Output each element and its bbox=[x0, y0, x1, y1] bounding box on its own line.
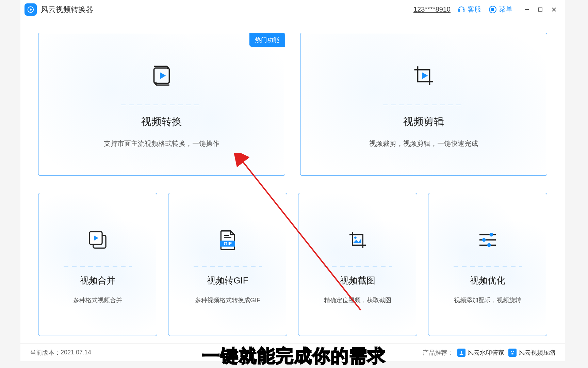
card-subtitle: 多种格式视频合并 bbox=[73, 296, 122, 304]
upload-icon bbox=[457, 349, 466, 357]
card-video-merge[interactable]: 视频合并 多种格式视频合并 bbox=[38, 193, 157, 336]
customer-service-label: 客服 bbox=[468, 5, 481, 14]
card-subtitle: 视频添加配乐，视频旋转 bbox=[454, 296, 521, 304]
crop-icon bbox=[410, 60, 437, 91]
version-value: 2021.07.14 bbox=[61, 349, 91, 356]
minimize-icon bbox=[524, 7, 529, 12]
app-window: 风云视频转换器 123****8910 客服 菜单 热门功能 bbox=[20, 0, 565, 361]
recommend-item-compress[interactable]: 风云视频压缩 bbox=[508, 349, 555, 357]
svg-point-28 bbox=[487, 243, 491, 247]
maximize-button[interactable] bbox=[534, 3, 547, 16]
menu-label: 菜单 bbox=[499, 5, 512, 14]
card-title: 视频优化 bbox=[470, 275, 505, 287]
svg-point-26 bbox=[482, 238, 486, 242]
user-id-link[interactable]: 123****8910 bbox=[413, 5, 451, 13]
card-video-to-gif[interactable]: GIF 视频转GIF 多种视频格式转换成GIF bbox=[168, 193, 287, 336]
svg-point-24 bbox=[489, 233, 493, 236]
close-button[interactable] bbox=[547, 3, 561, 16]
svg-marker-14 bbox=[422, 72, 428, 79]
card-title: 视频合并 bbox=[80, 275, 115, 287]
divider bbox=[454, 266, 522, 267]
recommend-item-watermark[interactable]: 风云水印管家 bbox=[457, 349, 504, 357]
card-title: 视频转GIF bbox=[207, 275, 248, 287]
bottom-cards-row: 视频合并 多种格式视频合并 GIF 视频转GIF 多种视 bbox=[38, 193, 547, 336]
menu-icon bbox=[489, 5, 497, 14]
svg-point-22 bbox=[354, 236, 357, 239]
footer: 当前版本： 2021.07.14 产品推荐： 风云水印管家 风云视频压缩 bbox=[20, 343, 565, 361]
card-title: 视频转换 bbox=[141, 115, 182, 129]
customer-service-button[interactable]: 客服 bbox=[457, 5, 481, 14]
card-title: 视频截图 bbox=[340, 275, 375, 287]
card-subtitle: 精确定位视频，获取截图 bbox=[324, 296, 391, 304]
divider bbox=[383, 105, 464, 105]
sliders-icon bbox=[476, 225, 500, 255]
minimize-button[interactable] bbox=[520, 3, 534, 16]
screenshot-icon bbox=[346, 225, 370, 255]
merge-icon bbox=[86, 225, 110, 255]
recommend-label-1: 风云水印管家 bbox=[468, 349, 504, 357]
headset-icon bbox=[457, 5, 466, 14]
gif-icon: GIF bbox=[216, 225, 240, 255]
divider bbox=[194, 266, 262, 267]
top-cards-row: 热门功能 视频转换 支持市面主流视频格式转换，一键操作 bbox=[38, 33, 547, 176]
app-title: 风云视频转换器 bbox=[41, 4, 93, 15]
svg-marker-11 bbox=[160, 72, 166, 79]
card-video-edit[interactable]: 视频剪辑 视频裁剪，视频剪辑，一键快速完成 bbox=[300, 33, 547, 176]
recommend-label: 产品推荐： bbox=[423, 349, 453, 357]
app-logo-icon bbox=[24, 3, 37, 16]
card-video-screenshot[interactable]: 视频截图 精确定位视频，获取截图 bbox=[298, 193, 417, 336]
card-video-convert[interactable]: 热门功能 视频转换 支持市面主流视频格式转换，一键操作 bbox=[38, 33, 285, 176]
card-video-optimize[interactable]: 视频优化 视频添加配乐，视频旋转 bbox=[428, 193, 547, 336]
divider bbox=[324, 266, 392, 267]
svg-marker-1 bbox=[30, 8, 32, 11]
convert-icon bbox=[148, 60, 175, 91]
menu-button[interactable]: 菜单 bbox=[489, 5, 512, 14]
main-area: 热门功能 视频转换 支持市面主流视频格式转换，一键操作 bbox=[20, 19, 565, 336]
recommend-label-2: 风云视频压缩 bbox=[519, 349, 555, 357]
compress-icon bbox=[508, 349, 517, 357]
version-label: 当前版本： bbox=[30, 349, 61, 357]
divider bbox=[64, 266, 132, 267]
divider bbox=[121, 105, 202, 105]
svg-text:GIF: GIF bbox=[224, 241, 232, 246]
svg-rect-7 bbox=[539, 8, 542, 11]
card-subtitle: 多种视频格式转换成GIF bbox=[195, 296, 260, 304]
titlebar: 风云视频转换器 123****8910 客服 菜单 bbox=[20, 0, 565, 19]
hot-badge: 热门功能 bbox=[249, 33, 285, 47]
maximize-icon bbox=[538, 7, 543, 12]
close-icon bbox=[551, 7, 557, 12]
card-subtitle: 视频裁剪，视频剪辑，一键快速完成 bbox=[369, 139, 478, 148]
card-subtitle: 支持市面主流视频格式转换，一键操作 bbox=[104, 139, 219, 148]
card-title: 视频剪辑 bbox=[403, 115, 444, 129]
